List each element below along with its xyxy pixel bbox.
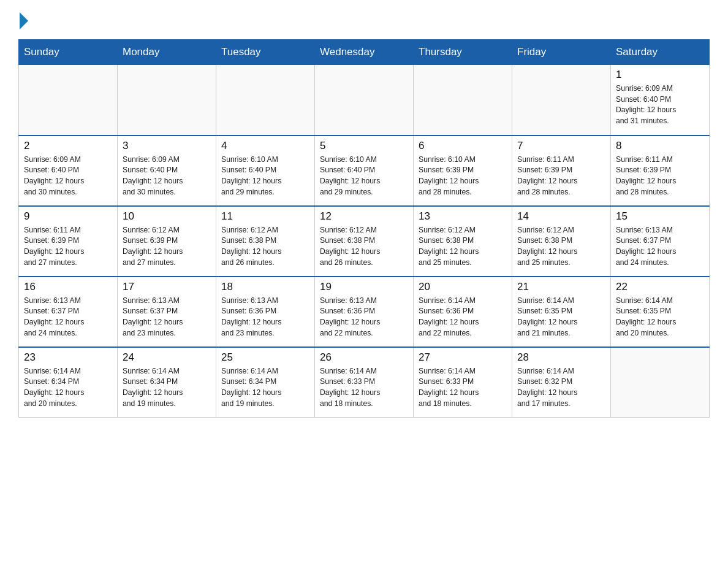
day-info: Sunrise: 6:11 AMSunset: 6:39 PMDaylight:… [24, 225, 112, 269]
day-number: 20 [419, 281, 507, 293]
day-info: Sunrise: 6:13 AMSunset: 6:36 PMDaylight:… [320, 296, 408, 339]
day-info: Sunrise: 6:09 AMSunset: 6:40 PMDaylight:… [616, 83, 704, 127]
calendar-cell [216, 65, 315, 136]
day-number: 6 [419, 140, 507, 152]
day-number: 1 [616, 69, 704, 81]
day-info: Sunrise: 6:13 AMSunset: 6:36 PMDaylight:… [221, 296, 309, 339]
calendar-cell: 5Sunrise: 6:10 AMSunset: 6:40 PMDaylight… [315, 136, 414, 206]
day-info: Sunrise: 6:10 AMSunset: 6:39 PMDaylight:… [419, 155, 507, 198]
day-number: 22 [616, 281, 704, 293]
calendar-cell: 18Sunrise: 6:13 AMSunset: 6:36 PMDayligh… [216, 277, 315, 347]
calendar-cell [414, 65, 512, 136]
day-number: 17 [123, 281, 211, 293]
day-number: 2 [24, 140, 112, 152]
calendar-cell: 19Sunrise: 6:13 AMSunset: 6:36 PMDayligh… [315, 277, 414, 347]
calendar-cell: 7Sunrise: 6:11 AMSunset: 6:39 PMDaylight… [512, 136, 611, 206]
day-number: 13 [419, 210, 507, 223]
day-info: Sunrise: 6:12 AMSunset: 6:38 PMDaylight:… [419, 225, 507, 269]
day-number: 19 [320, 281, 408, 293]
calendar-cell: 13Sunrise: 6:12 AMSunset: 6:38 PMDayligh… [414, 206, 512, 277]
day-number: 27 [419, 351, 507, 364]
calendar-week-row: 2Sunrise: 6:09 AMSunset: 6:40 PMDaylight… [19, 136, 710, 206]
calendar-cell: 12Sunrise: 6:12 AMSunset: 6:38 PMDayligh… [315, 206, 414, 277]
day-info: Sunrise: 6:14 AMSunset: 6:34 PMDaylight:… [123, 366, 211, 410]
day-header-thursday: Thursday [414, 40, 512, 65]
calendar-cell: 25Sunrise: 6:14 AMSunset: 6:34 PMDayligh… [216, 347, 315, 418]
day-number: 11 [221, 210, 309, 223]
day-number: 8 [616, 140, 704, 152]
calendar-cell: 14Sunrise: 6:12 AMSunset: 6:38 PMDayligh… [512, 206, 611, 277]
day-info: Sunrise: 6:12 AMSunset: 6:38 PMDaylight:… [221, 225, 309, 269]
logo-text [18, 12, 29, 29]
day-info: Sunrise: 6:13 AMSunset: 6:37 PMDaylight:… [24, 296, 112, 339]
day-number: 25 [221, 351, 309, 364]
day-info: Sunrise: 6:14 AMSunset: 6:35 PMDaylight:… [517, 296, 605, 339]
day-number: 3 [123, 140, 211, 152]
calendar-week-row: 9Sunrise: 6:11 AMSunset: 6:39 PMDaylight… [19, 206, 710, 277]
day-number: 23 [24, 351, 112, 364]
day-number: 9 [24, 210, 112, 223]
day-info: Sunrise: 6:09 AMSunset: 6:40 PMDaylight:… [24, 155, 112, 198]
day-number: 18 [221, 281, 309, 293]
calendar-cell: 23Sunrise: 6:14 AMSunset: 6:34 PMDayligh… [19, 347, 118, 418]
day-info: Sunrise: 6:13 AMSunset: 6:37 PMDaylight:… [616, 225, 704, 269]
calendar-cell [19, 65, 118, 136]
day-info: Sunrise: 6:14 AMSunset: 6:35 PMDaylight:… [616, 296, 704, 339]
day-number: 28 [517, 351, 605, 364]
calendar-cell [512, 65, 611, 136]
day-info: Sunrise: 6:11 AMSunset: 6:39 PMDaylight:… [517, 155, 605, 198]
calendar-cell: 20Sunrise: 6:14 AMSunset: 6:36 PMDayligh… [414, 277, 512, 347]
calendar-cell: 17Sunrise: 6:13 AMSunset: 6:37 PMDayligh… [118, 277, 216, 347]
calendar-table: SundayMondayTuesdayWednesdayThursdayFrid… [18, 39, 710, 418]
day-info: Sunrise: 6:10 AMSunset: 6:40 PMDaylight:… [221, 155, 309, 198]
day-number: 21 [517, 281, 605, 293]
calendar-cell [315, 65, 414, 136]
page-header [18, 12, 710, 29]
calendar-cell: 8Sunrise: 6:11 AMSunset: 6:39 PMDaylight… [611, 136, 710, 206]
day-number: 16 [24, 281, 112, 293]
day-info: Sunrise: 6:12 AMSunset: 6:39 PMDaylight:… [123, 225, 211, 269]
calendar-cell: 21Sunrise: 6:14 AMSunset: 6:35 PMDayligh… [512, 277, 611, 347]
day-header-sunday: Sunday [19, 40, 118, 65]
calendar-cell: 24Sunrise: 6:14 AMSunset: 6:34 PMDayligh… [118, 347, 216, 418]
day-info: Sunrise: 6:11 AMSunset: 6:39 PMDaylight:… [616, 155, 704, 198]
day-info: Sunrise: 6:14 AMSunset: 6:33 PMDaylight:… [419, 366, 507, 410]
day-header-wednesday: Wednesday [315, 40, 414, 65]
calendar-cell: 28Sunrise: 6:14 AMSunset: 6:32 PMDayligh… [512, 347, 611, 418]
calendar-week-row: 1Sunrise: 6:09 AMSunset: 6:40 PMDaylight… [19, 65, 710, 136]
calendar-week-row: 16Sunrise: 6:13 AMSunset: 6:37 PMDayligh… [19, 277, 710, 347]
calendar-cell: 26Sunrise: 6:14 AMSunset: 6:33 PMDayligh… [315, 347, 414, 418]
day-info: Sunrise: 6:13 AMSunset: 6:37 PMDaylight:… [123, 296, 211, 339]
day-number: 26 [320, 351, 408, 364]
calendar-cell: 11Sunrise: 6:12 AMSunset: 6:38 PMDayligh… [216, 206, 315, 277]
calendar-cell: 1Sunrise: 6:09 AMSunset: 6:40 PMDaylight… [611, 65, 710, 136]
day-number: 15 [616, 210, 704, 223]
day-info: Sunrise: 6:14 AMSunset: 6:33 PMDaylight:… [320, 366, 408, 410]
calendar-cell: 4Sunrise: 6:10 AMSunset: 6:40 PMDaylight… [216, 136, 315, 206]
day-info: Sunrise: 6:10 AMSunset: 6:40 PMDaylight:… [320, 155, 408, 198]
day-number: 12 [320, 210, 408, 223]
day-number: 4 [221, 140, 309, 152]
logo-arrow-icon [20, 12, 28, 29]
calendar-cell: 16Sunrise: 6:13 AMSunset: 6:37 PMDayligh… [19, 277, 118, 347]
day-header-saturday: Saturday [611, 40, 710, 65]
calendar-cell: 15Sunrise: 6:13 AMSunset: 6:37 PMDayligh… [611, 206, 710, 277]
calendar-cell: 9Sunrise: 6:11 AMSunset: 6:39 PMDaylight… [19, 206, 118, 277]
calendar-cell: 10Sunrise: 6:12 AMSunset: 6:39 PMDayligh… [118, 206, 216, 277]
calendar-header-row: SundayMondayTuesdayWednesdayThursdayFrid… [19, 40, 710, 65]
day-number: 10 [123, 210, 211, 223]
calendar-cell: 22Sunrise: 6:14 AMSunset: 6:35 PMDayligh… [611, 277, 710, 347]
day-number: 7 [517, 140, 605, 152]
calendar-cell [118, 65, 216, 136]
day-number: 5 [320, 140, 408, 152]
day-info: Sunrise: 6:14 AMSunset: 6:32 PMDaylight:… [517, 366, 605, 410]
calendar-cell [611, 347, 710, 418]
logo [18, 12, 29, 29]
day-header-monday: Monday [118, 40, 216, 65]
day-number: 14 [517, 210, 605, 223]
day-header-tuesday: Tuesday [216, 40, 315, 65]
day-info: Sunrise: 6:14 AMSunset: 6:34 PMDaylight:… [221, 366, 309, 410]
calendar-cell: 27Sunrise: 6:14 AMSunset: 6:33 PMDayligh… [414, 347, 512, 418]
calendar-cell: 6Sunrise: 6:10 AMSunset: 6:39 PMDaylight… [414, 136, 512, 206]
day-header-friday: Friday [512, 40, 611, 65]
